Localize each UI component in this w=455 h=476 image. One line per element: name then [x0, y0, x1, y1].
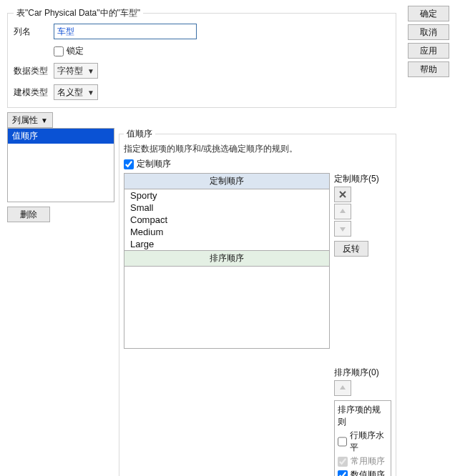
col-name-input[interactable] [54, 24, 197, 39]
list-item[interactable]: Medium [124, 226, 329, 238]
custom-order-header: 定制顺序 [124, 174, 329, 189]
model-type-label: 建模类型 [14, 86, 54, 99]
value-order-box: 值顺序 指定数据项的顺序和/或挑选确定顺序的规则。 定制顺序 定制顺序 Spor… [119, 128, 396, 476]
chevron-down-icon: ▼ [87, 89, 94, 96]
sort-rules-box: 排序项的规则 行顺序水平 常用顺序 [334, 400, 391, 476]
arrow-up-icon [338, 384, 347, 392]
apply-button[interactable]: 应用 [408, 43, 449, 59]
remove-item-button[interactable] [334, 187, 351, 202]
reverse-button[interactable]: 反转 [334, 241, 368, 257]
close-icon [338, 189, 348, 199]
rule-row-horiz-label: 行顺序水平 [350, 430, 388, 454]
lock-label: 锁定 [67, 45, 84, 57]
column-info-box: 表"Car Physical Data"中的"车型" 列名 锁定 数据类型 字符… [7, 7, 396, 108]
delete-button[interactable]: 删除 [7, 207, 50, 222]
rule-common-label: 常用顺序 [351, 455, 385, 467]
column-properties-dropdown[interactable]: 列属性 ▼ [7, 112, 53, 128]
arrow-up-icon [338, 207, 347, 216]
value-order-desc: 指定数据项的顺序和/或挑选确定顺序的规则。 [124, 143, 391, 155]
arrow-down-icon [338, 224, 347, 233]
order-side-controls: 定制顺序(5) 反转 排序顺序(0) [334, 173, 391, 476]
column-properties-label: 列属性 [12, 114, 38, 127]
custom-order-count: 定制顺序(5) [334, 173, 391, 185]
order-listbox[interactable]: 定制顺序 Sporty Small Compact Medium Large 排… [124, 173, 330, 349]
list-item[interactable]: Large [124, 238, 329, 250]
model-type-value: 名义型 [57, 86, 83, 99]
property-list[interactable]: 值顺序 [7, 128, 114, 202]
sort-order-header: 排序顺序 [124, 250, 329, 267]
box-legend: 表"Car Physical Data"中的"车型" [14, 7, 143, 19]
data-type-label: 数据类型 [14, 65, 54, 77]
lock-checkbox[interactable] [54, 46, 64, 56]
list-item[interactable]: Compact [124, 214, 329, 226]
cancel-button[interactable]: 取消 [408, 24, 449, 40]
help-button[interactable]: 帮助 [408, 61, 449, 77]
dialog-button-column: 确定 取消 应用 帮助 [408, 6, 449, 77]
col-name-label: 列名 [14, 26, 54, 38]
chevron-down-icon: ▼ [87, 67, 94, 75]
move-up-button[interactable] [334, 204, 351, 219]
sort-rules-title: 排序项的规则 [338, 404, 388, 428]
data-type-combo[interactable]: 字符型 ▼ [54, 63, 98, 79]
list-item[interactable]: Small [124, 202, 329, 214]
ok-button[interactable]: 确定 [408, 6, 449, 21]
rule-common-checkbox [338, 457, 348, 467]
move-down-button[interactable] [334, 221, 351, 237]
chevron-down-icon: ▼ [41, 116, 48, 124]
value-order-legend: 值顺序 [124, 128, 155, 140]
custom-order-checkbox[interactable] [124, 159, 134, 169]
list-item[interactable]: Sporty [124, 189, 329, 202]
custom-order-check-label: 定制顺序 [137, 158, 171, 170]
data-type-value: 字符型 [57, 65, 83, 77]
sort-move-up-button[interactable] [334, 380, 351, 396]
property-list-item[interactable]: 值顺序 [8, 129, 114, 144]
model-type-combo[interactable]: 名义型 ▼ [54, 84, 98, 100]
sort-order-count: 排序顺序(0) [334, 367, 391, 379]
rule-row-horiz-checkbox[interactable] [338, 437, 347, 447]
rule-numeric-checkbox[interactable] [338, 470, 348, 477]
rule-numeric-label: 数值顺序 [351, 469, 385, 476]
